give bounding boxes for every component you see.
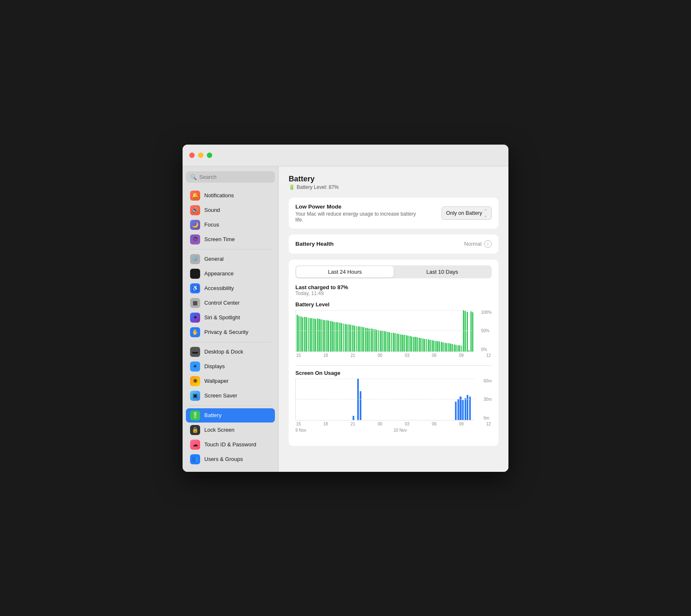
- low-power-label: Low Power Mode: [295, 204, 421, 210]
- sidebar-item-touchid[interactable]: ☁Touch ID & Password: [186, 438, 275, 452]
- sidebar-item-label-touchid: Touch ID & Password: [204, 441, 256, 448]
- screen-x-label: 09: [459, 422, 464, 426]
- sidebar-item-label-siri: Siri & Spotlight: [204, 314, 240, 321]
- sidebar-item-appearance[interactable]: ◑Appearance: [186, 267, 275, 281]
- chart-bar: [394, 333, 396, 351]
- grid-line: [296, 310, 474, 311]
- chart-bar: [420, 338, 422, 351]
- chart-bar: [411, 336, 412, 351]
- y-label-0m: 0m: [484, 416, 492, 420]
- low-power-select[interactable]: Only on Battery ⌃⌄: [442, 206, 492, 220]
- chart-bar: [437, 341, 438, 351]
- sidebar-item-desktop[interactable]: ▬Desktop & Dock: [186, 345, 275, 359]
- chart-bar: [372, 329, 373, 351]
- sidebar-item-sound[interactable]: 🔊Sound: [186, 203, 275, 217]
- battery-x-label: 12: [486, 353, 491, 358]
- chart-bar: [404, 335, 405, 351]
- sidebar-item-accessibility[interactable]: ♿Accessibility: [186, 281, 275, 295]
- sidebar-item-label-notifications: Notifications: [204, 192, 234, 199]
- sidebar-item-label-controlcenter: Control Center: [204, 300, 240, 306]
- close-button[interactable]: [189, 153, 195, 158]
- grid-line: [296, 351, 474, 352]
- chart-bar: [381, 331, 383, 351]
- chart-bar: [298, 316, 300, 351]
- battery-health-row: Battery Health Normal i: [295, 240, 492, 248]
- battery-chart-area: [295, 310, 474, 352]
- sidebar-item-controlcenter[interactable]: ▦Control Center: [186, 296, 275, 310]
- chart-bar: [345, 324, 346, 351]
- sidebar-item-wallpaper[interactable]: ❋Wallpaper: [186, 374, 275, 388]
- sidebar-item-privacy[interactable]: ✋Privacy & Security: [186, 325, 275, 339]
- low-power-left: Low Power Mode Your Mac will reduce ener…: [295, 204, 421, 223]
- chart-bar: [396, 333, 398, 351]
- toggle-24h[interactable]: Last 24 Hours: [296, 266, 394, 277]
- battery-level-chart: Battery Level 100% 50% 0% 15182100030609…: [295, 301, 492, 358]
- chart-bar: [326, 320, 328, 351]
- battery-x-label: 18: [323, 353, 328, 358]
- chart-bar: [465, 398, 466, 420]
- battery-x-label: 06: [432, 353, 437, 358]
- info-icon[interactable]: i: [484, 240, 492, 248]
- lockscreen-icon: 🔒: [190, 425, 200, 435]
- sidebar-item-screentime[interactable]: ⏱Screen Time: [186, 232, 275, 247]
- chart-bar: [445, 343, 446, 351]
- screen-x-label: 03: [405, 422, 409, 426]
- chart-bar: [311, 318, 312, 351]
- screen-on-chart: Screen On Usage 60m 30m 0m 1518210003060…: [295, 370, 492, 433]
- last-charged-title: Last charged to 87%: [295, 284, 492, 290]
- search-input[interactable]: [199, 174, 271, 180]
- y-label-30m: 30m: [484, 397, 492, 402]
- chart-bar: [389, 332, 390, 351]
- sidebar-item-label-desktop: Desktop & Dock: [204, 349, 243, 355]
- chart-bar: [319, 319, 320, 351]
- chart-bar: [359, 326, 361, 351]
- chart-bar: [304, 317, 305, 351]
- sidebar-item-focus[interactable]: 🌙Focus: [186, 218, 275, 232]
- chart-bar: [360, 391, 361, 420]
- sidebar-item-screensaver[interactable]: ▣Screen Saver: [186, 389, 275, 403]
- chart-bar: [350, 325, 351, 351]
- battery-icon: 🔋: [190, 410, 200, 420]
- screen-x-dates: 9 Nov10 Nov: [295, 428, 492, 433]
- sidebar-item-displays[interactable]: ☀Displays: [186, 359, 275, 374]
- chart-bar: [409, 336, 411, 351]
- sidebar-item-battery[interactable]: 🔋Battery: [186, 408, 275, 423]
- screen-x-label: 21: [351, 422, 355, 426]
- sidebar-item-general[interactable]: ⚙️General: [186, 252, 275, 266]
- search-box[interactable]: 🔍: [186, 171, 275, 183]
- chart-bar: [413, 337, 414, 351]
- sidebar-item-label-appearance: Appearance: [204, 270, 234, 277]
- appearance-icon: ◑: [190, 269, 200, 279]
- chart-bar: [450, 344, 451, 351]
- last-charged: Last charged to 87% Today, 11:49: [295, 284, 492, 296]
- sidebar-item-notifications[interactable]: 🔔Notifications: [186, 188, 275, 203]
- screensaver-icon: ▣: [190, 391, 200, 401]
- chart-bar: [387, 332, 389, 351]
- chart-bar: [371, 328, 372, 351]
- minimize-button[interactable]: [198, 153, 203, 158]
- sidebar-item-users[interactable]: 👥Users & Groups: [186, 452, 275, 466]
- chart-bar: [308, 318, 309, 351]
- sidebar-item-lockscreen[interactable]: 🔒Lock Screen: [186, 423, 275, 437]
- sidebar-item-label-general: General: [204, 256, 224, 262]
- sidebar-item-label-wallpaper: Wallpaper: [204, 378, 229, 384]
- chart-bar: [354, 326, 355, 351]
- chart-bar: [310, 318, 311, 351]
- chart-bar: [378, 330, 379, 351]
- chart-bar: [356, 326, 357, 351]
- chart-bar: [400, 334, 401, 351]
- battery-health-label: Battery Health: [295, 241, 334, 247]
- low-power-mode-card: Low Power Mode Your Mac will reduce ener…: [289, 198, 498, 229]
- chart-bar: [339, 323, 340, 351]
- sidebar-item-siri[interactable]: ✦Siri & Spotlight: [186, 311, 275, 325]
- maximize-button[interactable]: [207, 153, 212, 158]
- toggle-10d[interactable]: Last 10 Days: [394, 266, 491, 277]
- focus-icon: 🌙: [190, 220, 200, 230]
- accessibility-icon: ♿: [190, 283, 200, 293]
- sidebar-item-label-screentime: Screen Time: [204, 236, 235, 242]
- chart-bar: [433, 341, 434, 351]
- chevron-icon: ⌃⌄: [484, 209, 487, 218]
- users-icon: 👥: [190, 454, 200, 464]
- chart-bar: [441, 342, 442, 351]
- settings-window: 🔍 🔔Notifications🔊Sound🌙Focus⏱Screen Time…: [183, 145, 508, 472]
